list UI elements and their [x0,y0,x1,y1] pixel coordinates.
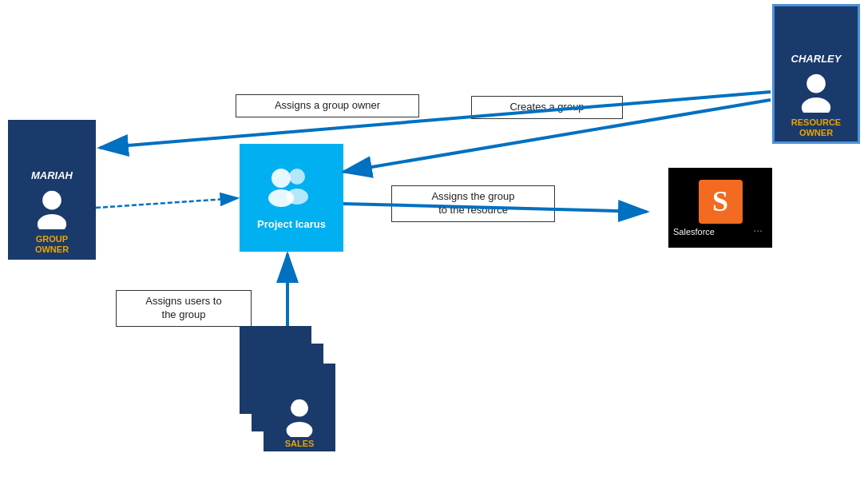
assigns-group-owner-label: Assigns a group owner [236,94,419,117]
mariah-icon [32,189,72,229]
svg-point-0 [807,74,826,93]
charley-icon [796,73,836,113]
mariah-card: MARIAH GROUPOWNER [8,120,96,260]
svg-point-8 [291,400,308,417]
svg-point-2 [42,190,61,209]
salesforce-bottom: Salesforce ··· [668,224,772,237]
salesforce-card: S Salesforce ··· [668,168,772,248]
assigns-users-group-text: Assigns users tothe group [145,295,221,320]
project-icarus-icon [264,166,319,213]
project-icarus-name: Project Icarus [257,218,326,230]
sales-icon [279,397,319,437]
arrow-assigns-group-owner [100,92,771,148]
salesforce-logo-letter: S [712,187,728,216]
charley-card: CHARLEY RESOURCEOWNER [772,4,860,144]
mariah-role: GROUPOWNER [32,233,72,258]
svg-point-6 [289,169,305,185]
svg-point-7 [286,189,308,205]
svg-point-1 [802,97,830,113]
project-icarus-card: Project Icarus [240,144,343,252]
salesforce-logo: S [699,180,743,224]
creates-group-label: Creates a group [471,96,623,119]
arrow-mariah-to-icarus [96,198,238,208]
salesforce-label: Salesforce [673,227,715,237]
assigns-users-group-label: Assigns users tothe group [116,290,252,327]
charley-name: CHARLEY [775,51,858,66]
svg-point-4 [271,169,291,188]
charley-role: RESOURCEOWNER [788,116,844,141]
assigns-group-resource-label: Assigns the groupto the resource [391,185,555,222]
user-card-sales: SALES [264,364,335,451]
salesforce-dots: ··· [753,224,767,237]
svg-point-3 [38,214,66,229]
mariah-name: MARIAH [10,168,94,183]
svg-point-9 [287,422,313,437]
assigns-group-resource-text: Assigns the groupto the resource [431,190,514,216]
sales-role: SALES [285,439,315,451]
